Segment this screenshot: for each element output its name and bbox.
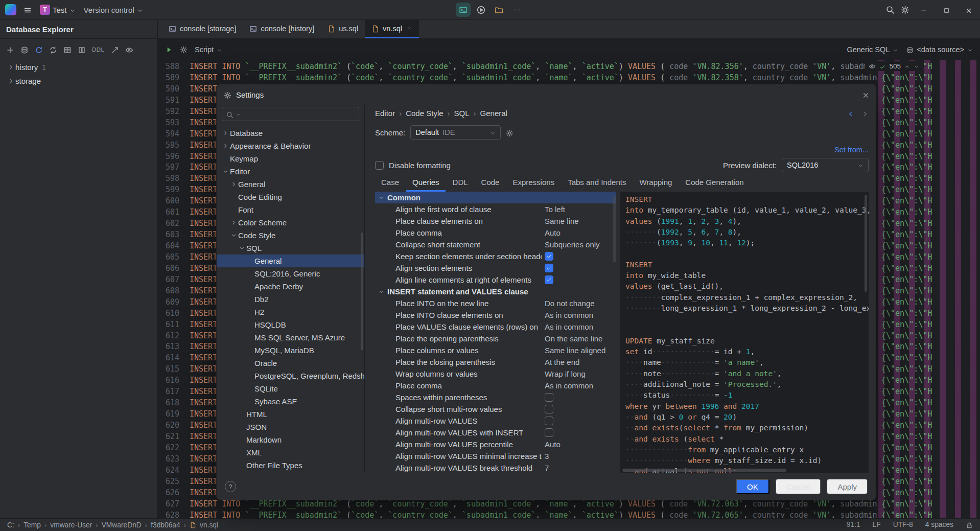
sync-button[interactable] [49, 44, 57, 54]
path-crumb[interactable]: vmware-User [50, 521, 92, 529]
columns-button[interactable] [78, 44, 86, 54]
dialect-dropdown[interactable]: Generic SQL [847, 45, 898, 54]
run-button[interactable] [474, 3, 488, 17]
editor-line[interactable]: 628INSERT INTO `__PREFIX__subadmin2` (`c… [158, 510, 980, 519]
checkbox-align-multi-row-values-with-insert[interactable] [545, 428, 553, 437]
settings-tree-ms-sql-server-ms-azure[interactable]: MS SQL Server, MS Azure [217, 331, 364, 344]
path-crumb[interactable]: C: [7, 521, 14, 529]
settings-tree-inspections[interactable]: Inspections [217, 472, 364, 473]
inspections-widget[interactable]: 505 [865, 61, 923, 71]
checkbox-spaces-within-parentheses[interactable] [545, 393, 553, 402]
section-common[interactable]: Common [375, 192, 616, 203]
value-dropdown-place-comma[interactable]: As in common [545, 381, 593, 390]
editor-tab-vn-sql[interactable]: vn.sql [365, 20, 419, 38]
settings-search-input[interactable] [243, 110, 355, 118]
dialog-tab-queries[interactable]: Queries [406, 174, 446, 192]
settings-tree-appearance-behavior[interactable]: Appearance & Behavior [217, 140, 364, 152]
main-menu-button[interactable] [20, 3, 35, 17]
editor-tab-us-sql[interactable]: us.sql [321, 20, 365, 38]
settings-tree-keymap[interactable]: Keymap [217, 152, 364, 165]
breadcrumb-item[interactable]: SQL [454, 109, 470, 118]
tree-scrollbar[interactable] [361, 233, 363, 350]
dialog-tab-case[interactable]: Case [375, 174, 405, 192]
tree-item-storage[interactable]: storage [0, 74, 157, 88]
value-dropdown-place-clause-elements-on[interactable]: Same line [545, 217, 579, 225]
dialog-tab-code-generation[interactable]: Code Generation [679, 174, 750, 192]
checkbox-collapse-short-multi-row-values[interactable] [545, 405, 553, 413]
checkbox-keep-section-elements-under-section-header[interactable] [545, 252, 553, 261]
value-dropdown-align-multi-row-values-break-threshold[interactable]: 7 [545, 464, 549, 472]
new-table-button[interactable] [63, 44, 72, 54]
scheme-actions-icon[interactable] [506, 128, 514, 137]
section-insert-statement-and-values-clause[interactable]: INSERT statement and VALUES clause [375, 286, 616, 297]
value-dropdown-align-multi-row-values-minimal-increase-threshold[interactable]: 3 [545, 452, 549, 460]
settings-tree-sql[interactable]: SQL [217, 242, 364, 255]
settings-search[interactable] [222, 107, 359, 121]
editor-tab-console-history[interactable]: console [history] [243, 20, 321, 38]
data-source-properties-button[interactable] [20, 44, 29, 54]
dialog-close-icon[interactable] [862, 90, 870, 99]
settings-tree-hsqldb[interactable]: HSQLDB [217, 318, 364, 331]
checkbox-align-section-elements[interactable] [545, 264, 553, 272]
maximize-button[interactable] [935, 0, 958, 20]
options-scrollbar[interactable] [613, 196, 616, 262]
preview-hscrollbar[interactable] [622, 469, 786, 472]
tab-close-icon[interactable] [407, 26, 412, 32]
datasource-dropdown[interactable]: <data source> [906, 45, 973, 54]
script-dropdown[interactable]: Script [195, 45, 222, 54]
jump-to-console-button[interactable] [111, 44, 119, 54]
forward-icon[interactable] [861, 108, 869, 117]
settings-tree-sql-2016-generic[interactable]: SQL:2016, Generic [217, 267, 364, 280]
value-dropdown-place-into-on-the-new-line[interactable]: Do not change [545, 299, 595, 308]
line-ending[interactable]: LF [873, 521, 881, 528]
editor-tab-console-storage[interactable]: console [storage] [162, 20, 243, 38]
settings-tree-sybase-ase[interactable]: Sybase ASE [217, 395, 364, 408]
caret-position[interactable]: 91:1 [847, 521, 860, 528]
value-dropdown-align-the-first-word-of-clause[interactable]: To left [545, 205, 565, 214]
dialog-tab-wrapping[interactable]: Wrapping [633, 174, 678, 192]
value-dropdown-place-comma[interactable]: Auto [545, 228, 561, 237]
settings-tree-markdown[interactable]: Markdown [217, 433, 364, 446]
tree-item-history[interactable]: history1 [0, 60, 157, 74]
value-dropdown-place-the-opening-parenthesis[interactable]: On the same line [545, 334, 602, 343]
dialog-tab-code[interactable]: Code [475, 174, 506, 192]
value-dropdown-collapse-short-statement[interactable]: Subqueries only [545, 240, 600, 249]
settings-tree-json[interactable]: JSON [217, 421, 364, 433]
search-everywhere-button[interactable] [883, 3, 898, 17]
path-crumb[interactable]: f3db06a4 [151, 521, 180, 529]
checkbox-align-line-comments-at-right-of-elements[interactable] [545, 275, 553, 284]
settings-tree-code-editing[interactable]: Code Editing [217, 191, 364, 203]
lock-icon[interactable] [966, 521, 973, 528]
settings-tree-db2[interactable]: Db2 [217, 293, 364, 306]
minimize-button[interactable] [913, 0, 935, 20]
settings-tree-font[interactable]: Font [217, 203, 364, 216]
settings-tree-code-style[interactable]: Code Style [217, 229, 364, 242]
settings-tree-mysql-mariadb[interactable]: MySQL, MariaDB [217, 344, 364, 357]
back-icon[interactable] [847, 108, 854, 117]
settings-tree-html[interactable]: HTML [217, 408, 364, 421]
cancel-button[interactable]: Cancel [776, 479, 821, 494]
breadcrumb-item[interactable]: General [480, 109, 507, 118]
settings-tree-h2[interactable]: H2 [217, 306, 364, 318]
editor-line[interactable]: 588INSERT INTO `__PREFIX__subadmin2` (`c… [158, 61, 980, 73]
file-encoding[interactable]: UTF-8 [893, 521, 913, 528]
dialog-tab-expressions[interactable]: Expressions [506, 174, 561, 192]
settings-tree-postgresql-greenplum-redshift[interactable]: PostgreSQL, Greenplum, Redshift [217, 370, 364, 382]
value-dropdown-wrap-columns-or-values[interactable]: Wrap if long [545, 370, 586, 378]
settings-tree-editor[interactable]: Editor [217, 165, 364, 178]
settings-tree-sqlite[interactable]: SQLite [217, 382, 364, 395]
scheme-dropdown[interactable]: Default IDE [410, 125, 501, 140]
dialog-tab-ddl[interactable]: DDL [447, 174, 474, 192]
preview-vscrollbar[interactable] [865, 195, 867, 292]
path-crumb[interactable]: VMwareDnD [102, 521, 142, 529]
new-button[interactable] [6, 44, 14, 54]
value-dropdown-place-columns-or-values[interactable]: Same line aligned [545, 346, 605, 355]
value-dropdown-place-the-closing-parenthesis[interactable]: At the end [545, 358, 579, 366]
preview-dialect-dropdown[interactable]: SQL2016 [782, 158, 869, 172]
settings-button[interactable] [898, 3, 913, 17]
vcs-selector[interactable]: Version control [81, 3, 146, 17]
apply-button[interactable]: Apply [827, 479, 868, 494]
help-button[interactable]: ? [225, 481, 236, 492]
indent-style[interactable]: 4 spaces [925, 521, 953, 528]
settings-tree-color-scheme[interactable]: Color Scheme [217, 216, 364, 229]
